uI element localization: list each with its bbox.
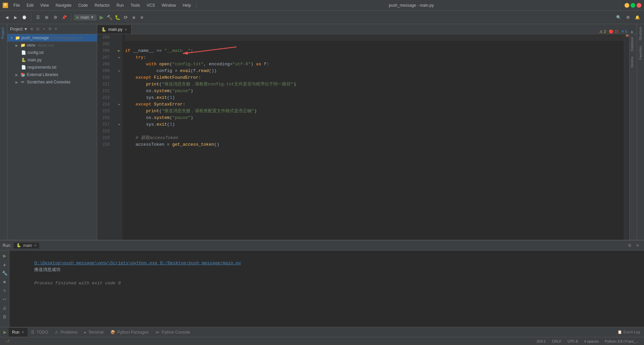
run-with-coverage-button[interactable]: ⟳ <box>122 14 129 21</box>
code-line-215: print("推送消息失败，请检查配置文件格式是否正确") <box>125 108 624 115</box>
run-stop-button[interactable]: ■ <box>1 278 8 285</box>
database-sidebar-button[interactable]: Database <box>630 34 636 54</box>
run-wrap-button[interactable]: ↩ <box>1 295 8 303</box>
build-button[interactable]: 🔨 <box>106 14 113 21</box>
debug-button[interactable]: 🐛 <box>114 14 121 21</box>
python-console-tab[interactable]: ≫ Python Console <box>152 328 194 337</box>
venv-item[interactable]: ▶ 📁 venv library root <box>7 42 97 49</box>
line-ending[interactable]: CRLF <box>549 339 564 343</box>
warning-count[interactable]: ⚠ 2 <box>599 29 606 34</box>
pin-button[interactable]: 📌 <box>60 13 68 21</box>
minimize-button[interactable]: — <box>625 3 629 8</box>
run-scroll-button[interactable]: ≡ <box>1 287 8 294</box>
favorites-button[interactable]: Favorites <box>639 43 642 62</box>
run-up-button[interactable]: ▲ <box>1 261 8 268</box>
menu-vcs[interactable]: VCS <box>144 2 158 8</box>
gear-project-button[interactable]: ⚙ <box>47 26 53 32</box>
terminal-tab[interactable]: ▸ Terminal <box>81 328 107 337</box>
run-button[interactable]: ▶ <box>98 14 105 21</box>
menu-refactor[interactable]: Refactor <box>92 2 112 8</box>
menu-file[interactable]: File <box>11 2 22 8</box>
menu-tools[interactable]: Tools <box>128 2 143 8</box>
menu-window[interactable]: Window <box>159 2 179 8</box>
locate-button[interactable]: ⌖ <box>41 26 47 32</box>
gutter-207[interactable]: ◆ <box>116 54 122 61</box>
settings-gear-button[interactable]: ⚙ <box>624 13 632 21</box>
run-main-tab[interactable]: 🐍 main ✕ <box>14 243 39 249</box>
tab-label: main.py <box>108 27 122 32</box>
indent[interactable]: 4 spaces <box>581 339 601 343</box>
error-count[interactable]: 🔴 15 <box>609 29 619 34</box>
gutter-211 <box>116 81 122 88</box>
menu-bar[interactable]: File Edit View Navigate Code Refactor Ru… <box>11 2 197 8</box>
forward-button[interactable]: ▶ <box>11 13 19 21</box>
bottom-toolbar: ▶ Run ✕ ☰ TODO ⚠ Problems ▸ Terminal 📦 P… <box>0 327 644 337</box>
run-bottom-close[interactable]: ✕ <box>21 330 24 334</box>
gutter-209[interactable]: ◆ <box>116 68 122 74</box>
title-bar: P File Edit View Navigate Code Refactor … <box>0 0 644 11</box>
main-py-tab[interactable]: 🐍 main.py ✕ <box>97 25 131 34</box>
back-button[interactable]: ◀ <box>3 13 11 21</box>
maximize-button[interactable]: □ <box>631 3 635 8</box>
run-clear-button[interactable]: 🗑 <box>1 313 8 320</box>
menu-help[interactable]: Help <box>180 2 194 8</box>
info-count[interactable]: ✕ 6 <box>621 29 627 34</box>
run-wrench-button[interactable]: 🔧 <box>1 269 8 277</box>
run-settings-button[interactable]: ⚙ <box>626 242 633 249</box>
scratches-consoles-item[interactable]: ▶ ✏ Scratches and Consoles <box>7 78 97 86</box>
todo-tab[interactable]: ☰ TODO <box>28 328 51 337</box>
run-print-button[interactable]: 🖨 <box>1 304 8 312</box>
expand-button[interactable]: ▲ <box>630 29 634 34</box>
run-tab-close[interactable]: ✕ <box>34 244 37 247</box>
line-205: 205 <box>97 41 112 48</box>
requirements-txt-item[interactable]: 📄 requirements.txt <box>7 64 97 71</box>
vcs-status[interactable]: ⎇ <box>3 339 12 343</box>
run-toolbar-icon[interactable]: ▶ <box>1 330 9 335</box>
project-view-button[interactable]: Project <box>1 24 7 42</box>
close-project-panel-button[interactable]: ✕ <box>53 26 59 32</box>
close-button[interactable]: ✕ <box>637 3 641 8</box>
menu-view[interactable]: View <box>38 2 52 8</box>
python-version[interactable]: Python 3.8 (Yrant_... <box>602 339 641 343</box>
toggle-sidebar-button[interactable]: ☰ <box>34 13 42 21</box>
menu-code[interactable]: Code <box>75 2 91 8</box>
notifications-button[interactable]: 🔔 <box>633 13 641 21</box>
settings-button[interactable]: ⚙ <box>51 13 59 21</box>
recent-files-button[interactable]: ⌚ <box>20 13 28 21</box>
search-button[interactable]: 🔍 <box>614 13 623 21</box>
gutter-206[interactable]: ▶ <box>116 48 122 54</box>
run-play-button[interactable]: ▶ <box>1 252 8 259</box>
position-text: 204:1 <box>537 339 546 343</box>
review-sidebar-button[interactable]: Review <box>630 54 636 70</box>
code-content[interactable]: if __name__ == "__main__": try: with ope… <box>122 34 624 240</box>
cursor-position[interactable]: 204:1 <box>534 339 549 343</box>
gutter-220 <box>116 141 122 148</box>
stop-button[interactable]: ■ <box>130 14 138 21</box>
menu-navigate[interactable]: Navigate <box>53 2 74 8</box>
event-log-button[interactable]: 📋 Event Log <box>618 330 640 334</box>
python-packages-tab[interactable]: 📦 Python Packages <box>107 328 152 337</box>
collapse-all-button[interactable]: ⊟ <box>35 26 41 32</box>
menu-edit[interactable]: Edit <box>24 2 36 8</box>
run-collapse-button[interactable]: ✕ <box>634 242 641 249</box>
external-libraries-item[interactable]: ▶ 📚 External Libraries <box>7 71 97 78</box>
scope-button[interactable]: ⊕ <box>29 26 35 32</box>
main-py-label: main.py <box>28 58 42 62</box>
encoding[interactable]: UTF-8 <box>565 339 581 343</box>
code-editor[interactable]: 204 205 206 207 208 209 210 211 212 213 … <box>97 34 624 240</box>
output-path-text[interactable]: D:\Desktop\push_message\venv\Scripts\pyt… <box>34 261 241 266</box>
run-config-selector[interactable]: ▶ main ▼ <box>74 14 97 20</box>
menu-run[interactable]: Run <box>114 2 126 8</box>
window-controls[interactable]: — □ ✕ <box>625 3 641 8</box>
more-run-button[interactable]: ≡ <box>138 14 146 21</box>
gutter-217[interactable]: ◆ <box>116 121 122 128</box>
gutter-214[interactable]: ◆ <box>116 101 122 108</box>
structure-button[interactable]: ⊞ <box>43 13 51 21</box>
tab-close-button[interactable]: ✕ <box>124 28 127 31</box>
main-py-item[interactable]: 🐍 main.py <box>7 56 97 64</box>
run-bottom-tab[interactable]: Run ✕ <box>9 328 28 337</box>
problems-tab[interactable]: ⚠ Problems <box>51 328 81 337</box>
config-txt-item[interactable]: 📄 config.txt <box>7 49 97 56</box>
structure-button[interactable]: Structure <box>639 24 642 43</box>
project-root-item[interactable]: ▼ 📁 push_message D:\Desktop\push_m <box>7 34 97 42</box>
